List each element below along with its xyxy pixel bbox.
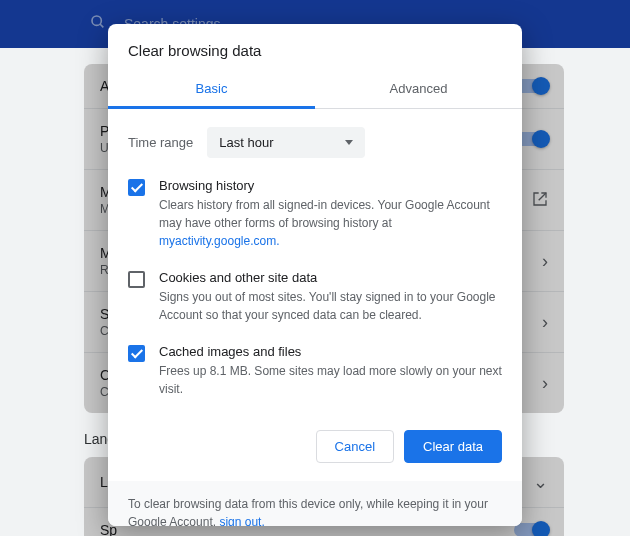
sign-out-link[interactable]: sign out. — [219, 515, 264, 526]
clear-data-button[interactable]: Clear data — [404, 430, 502, 463]
item-title: Cached images and files — [159, 344, 502, 359]
item-title: Cookies and other site data — [159, 270, 502, 285]
tab-advanced[interactable]: Advanced — [315, 71, 522, 108]
dialog-title: Clear browsing data — [108, 24, 522, 71]
cancel-button[interactable]: Cancel — [316, 430, 394, 463]
tab-basic[interactable]: Basic — [108, 71, 315, 108]
item-desc: Frees up 8.1 MB. Some sites may load mor… — [159, 362, 502, 398]
checkbox-browsing-history[interactable] — [128, 179, 145, 196]
caret-down-icon — [345, 140, 353, 145]
myactivity-link[interactable]: myactivity.google.com. — [159, 234, 280, 248]
time-range-value: Last hour — [219, 135, 273, 150]
checkbox-cookies[interactable] — [128, 271, 145, 288]
item-title: Browsing history — [159, 178, 502, 193]
dialog-footer: To clear browsing data from this device … — [108, 481, 522, 526]
time-range-label: Time range — [128, 135, 193, 150]
clear-browsing-data-dialog: Clear browsing data Basic Advanced Time … — [108, 24, 522, 526]
dialog-tabs: Basic Advanced — [108, 71, 522, 109]
time-range-select[interactable]: Last hour — [207, 127, 365, 158]
checkbox-cache[interactable] — [128, 345, 145, 362]
item-desc: Signs you out of most sites. You'll stay… — [159, 288, 502, 324]
item-desc: Clears history from all signed-in device… — [159, 196, 502, 250]
